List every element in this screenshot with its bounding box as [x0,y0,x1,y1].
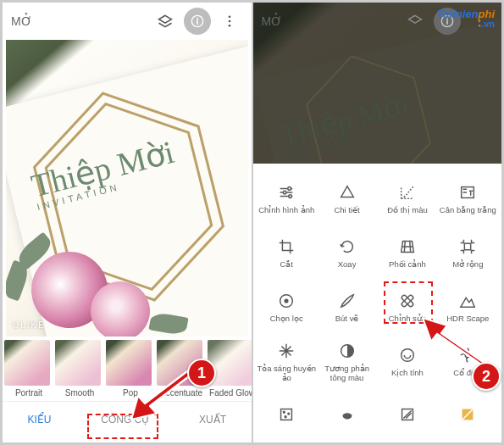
svg-point-1 [228,15,230,18]
svg-point-10 [289,195,292,198]
tool-healing[interactable]: Chỉnh sửa [377,281,437,335]
filter-pop[interactable]: Pop [106,340,155,401]
tab-export[interactable]: XUẤT [189,409,236,431]
svg-point-17 [402,349,414,362]
badge-2: 2 [472,362,501,391]
svg-point-9 [284,191,287,194]
site-watermark: Taimienphi .vn [437,8,495,29]
photo-preview[interactable]: Thiệp Mời INVITATION ULIKE [6,40,248,337]
bottombar-left: KIỂU CÔNG CỤ XUẤT [3,401,252,437]
tool-grunge[interactable] [377,389,437,442]
svg-point-3 [228,25,230,27]
tool-rotate[interactable]: Xoay [317,226,377,281]
svg-point-18 [466,353,471,358]
screen-right: Thiệp Mời INVITATION MỞ Chỉnh hình ảnh C… [253,3,502,442]
tool-glamour-glow[interactable]: Tỏa sáng huyền ảo [257,335,317,389]
tool-grainy-film[interactable] [257,389,317,442]
ulike-watermark: ULIKE [13,320,46,330]
tool-retrolux[interactable] [317,389,377,442]
badge-1: 1 [187,359,216,387]
svg-point-20 [284,411,285,413]
filter-smooth[interactable]: Smooth [55,340,104,401]
tool-tonal-contrast[interactable]: Tương phản tông màu [317,335,377,389]
tool-white-balance[interactable]: Cân bằng trắng [438,172,498,226]
tool-drama[interactable]: Kịch tính [377,335,437,389]
filter-portrait[interactable]: Portrait [4,340,53,401]
svg-point-21 [288,413,290,414]
tool-tune[interactable]: Chỉnh hình ảnh [257,172,317,226]
tab-styles[interactable]: KIỂU [17,409,61,431]
layers-icon[interactable] [402,8,429,35]
svg-rect-19 [281,409,292,420]
tool-perspective[interactable]: Phối cảnh [377,226,437,281]
tool-expand[interactable]: Mở rộng [438,226,498,281]
more-icon[interactable] [216,8,243,35]
tool-crop[interactable]: Cắt [257,226,317,281]
layers-icon[interactable] [152,8,179,35]
tool-curves[interactable]: Đồ thị màu [377,172,437,226]
svg-point-13 [285,299,288,303]
tab-tools[interactable]: CÔNG CỤ [91,409,159,431]
tools-panel: Chỉnh hình ảnh Chi tiết Đồ thị màu Cân b… [253,164,502,442]
tool-brush[interactable]: Bút vẽ [317,281,377,335]
svg-point-2 [228,20,230,23]
tool-bw[interactable] [438,389,498,442]
tool-details[interactable]: Chi tiết [317,172,377,226]
tool-selective[interactable]: Chọn lọc [257,281,317,335]
open-button[interactable]: MỞ [11,14,147,28]
open-button-right[interactable]: MỞ [262,14,397,28]
topbar-left: MỞ [3,3,252,40]
tool-hdr-scape[interactable]: HDR Scape [438,281,498,335]
svg-point-22 [285,415,286,417]
info-icon[interactable] [184,8,211,35]
svg-point-8 [288,187,291,191]
